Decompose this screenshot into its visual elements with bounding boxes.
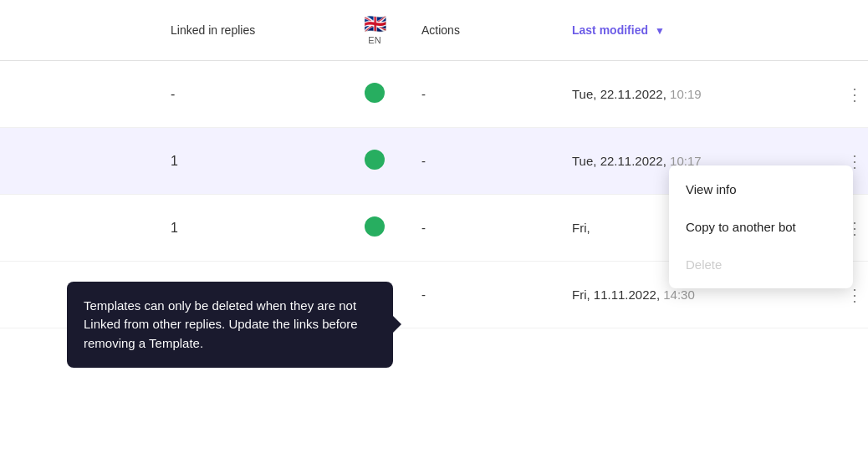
linked-cell: 1 — [157, 128, 341, 195]
col-extra-header — [0, 0, 157, 61]
context-menu: View infoCopy to another botDelete — [669, 165, 853, 288]
actions-cell: - — [408, 128, 559, 195]
flag-dot-cell — [341, 128, 408, 195]
row-menu-button[interactable]: ⋮ — [840, 81, 868, 108]
status-dot — [365, 150, 385, 170]
extra-cell — [0, 61, 157, 128]
extra-cell — [0, 195, 157, 262]
lastmod-cell: Tue, 22.11.2022, 10:19 — [559, 61, 826, 128]
actions-header: Actions — [408, 0, 559, 61]
status-dot — [365, 216, 385, 237]
linked-cell: 1 — [157, 195, 341, 262]
last-modified-header[interactable]: Last modified ▼ — [559, 0, 826, 61]
uk-flag-icon: 🇬🇧 — [364, 15, 386, 33]
linked-in-replies-header: Linked in replies — [157, 0, 341, 61]
actions-cell: - — [408, 195, 559, 262]
flag-header: 🇬🇧 EN — [341, 0, 408, 61]
row-dots-cell[interactable]: ⋮ — [826, 61, 868, 128]
flag-label: EN — [368, 35, 380, 45]
table-header-row: Linked in replies 🇬🇧 EN Actions Last mod… — [0, 0, 868, 61]
flag-dot-cell — [341, 195, 408, 262]
actions-cell: - — [408, 262, 559, 328]
flag-dot-cell — [341, 61, 408, 128]
table-row: - - Tue, 22.11.2022, 10:19 ⋮ — [0, 61, 868, 128]
extra-cell — [0, 128, 157, 195]
dots-header — [826, 0, 868, 61]
sort-arrow-icon: ▼ — [655, 25, 665, 37]
dropdown-item-copy-to-another-bot[interactable]: Copy to another bot — [669, 208, 853, 246]
time-value: 14:30 — [663, 288, 695, 302]
linked-cell: - — [157, 61, 341, 128]
status-dot — [365, 83, 385, 103]
time-value: 10:19 — [670, 87, 702, 101]
actions-cell: - — [408, 61, 559, 128]
tooltip-text: Templates can only be deleted when they … — [84, 298, 358, 350]
dropdown-item-delete: Delete — [669, 246, 853, 283]
tooltip-box: Templates can only be deleted when they … — [67, 282, 393, 369]
dropdown-item-view-info[interactable]: View info — [669, 170, 853, 208]
tooltip-arrow — [393, 316, 401, 333]
